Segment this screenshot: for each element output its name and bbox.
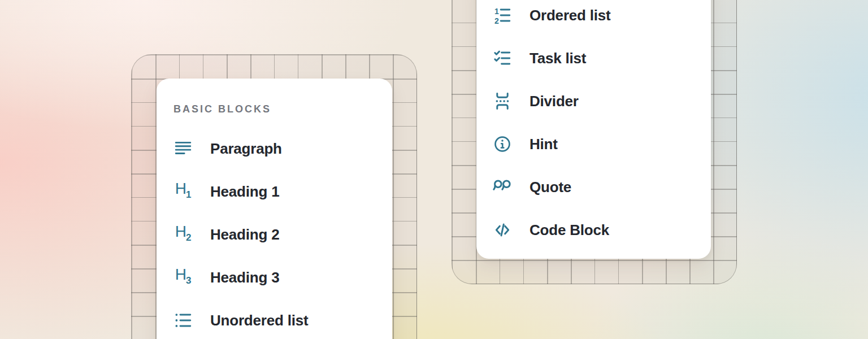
heading-3-icon: H3: [173, 268, 193, 287]
menu-item-label: Heading 3: [210, 268, 279, 287]
menu-item-hint[interactable]: Hint: [493, 134, 695, 154]
menu-item-quote[interactable]: Quote: [493, 177, 695, 197]
code-block-icon: [493, 220, 512, 240]
heading-1-icon: H1: [173, 182, 193, 201]
menu-item-heading-2[interactable]: H2Heading 2: [173, 225, 375, 244]
menu-item-task-list[interactable]: Task list: [493, 49, 695, 68]
menu-item-label: Quote: [530, 177, 571, 197]
quote-icon: [493, 177, 512, 197]
menu-item-label: Unordered list: [210, 311, 308, 330]
heading-2-icon: H2: [173, 225, 193, 244]
menu-item-code-block[interactable]: Code Block: [493, 220, 695, 240]
menu-item-label: Hint: [530, 134, 558, 154]
menu-item-label: Paragraph: [210, 139, 282, 158]
ordered-list-icon: 12: [493, 6, 512, 25]
menu-item-label: Task list: [530, 49, 586, 68]
section-label: BASIC BLOCKS: [173, 103, 375, 115]
svg-text:1: 1: [494, 7, 499, 16]
paragraph-icon: [173, 139, 193, 158]
basic-blocks-menu-card: BASIC BLOCKS ParagraphH1Heading 1H2Headi…: [157, 79, 392, 339]
menu-item-label: Heading 2: [210, 225, 279, 244]
menu-item-unordered-list[interactable]: Unordered list: [173, 311, 375, 330]
menu-item-heading-1[interactable]: H1Heading 1: [173, 182, 375, 201]
menu-item-label: Code Block: [530, 220, 609, 240]
menu-item-label: Divider: [530, 92, 579, 111]
menu-list-basic-blocks: ParagraphH1Heading 1H2Heading 2H3Heading…: [173, 139, 375, 330]
menu-item-label: Ordered list: [530, 6, 611, 25]
menu-item-divider[interactable]: Divider: [493, 92, 695, 111]
insert-blocks-menu-card: 12Ordered listTask listDividerHintQuoteC…: [476, 0, 711, 259]
task-list-icon: [493, 49, 512, 68]
menu-list-insert-blocks: 12Ordered listTask listDividerHintQuoteC…: [493, 6, 695, 240]
divider-icon: [493, 92, 512, 111]
svg-text:2: 2: [494, 16, 499, 25]
menu-item-label: Heading 1: [210, 182, 279, 201]
menu-item-paragraph[interactable]: Paragraph: [173, 139, 375, 158]
hint-icon: [493, 134, 512, 154]
canvas-background: BASIC BLOCKS ParagraphH1Heading 1H2Headi…: [0, 0, 868, 339]
menu-item-ordered-list[interactable]: 12Ordered list: [493, 6, 695, 25]
menu-item-heading-3[interactable]: H3Heading 3: [173, 268, 375, 287]
unordered-list-icon: [173, 311, 193, 330]
